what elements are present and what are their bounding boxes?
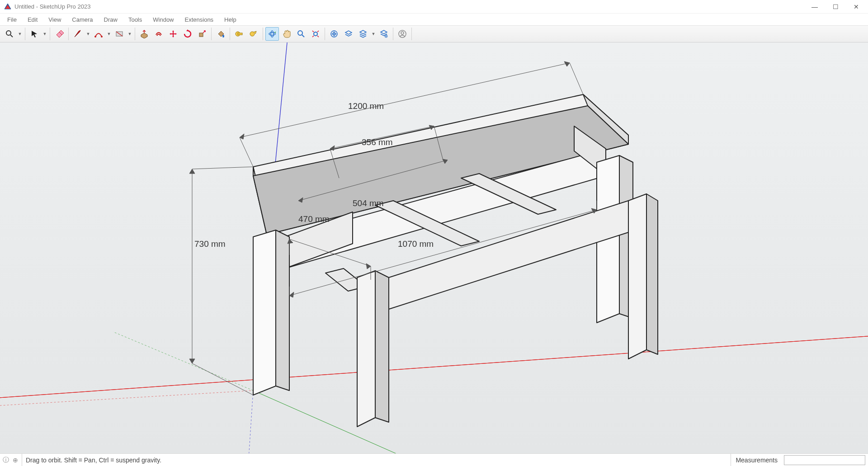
user-tool-icon[interactable] bbox=[396, 27, 409, 41]
layers2-tool-dropdown[interactable]: ▼ bbox=[371, 27, 376, 41]
scale-tool-icon[interactable] bbox=[195, 27, 209, 41]
toolbar-separator bbox=[25, 28, 25, 40]
menu-draw[interactable]: Draw bbox=[99, 15, 122, 24]
menu-extensions[interactable]: Extensions bbox=[180, 15, 218, 24]
toolbar-separator bbox=[411, 28, 412, 40]
svg-line-1 bbox=[10, 35, 13, 37]
offset-tool-icon[interactable] bbox=[152, 27, 165, 41]
svg-point-20 bbox=[401, 32, 404, 34]
menu-window[interactable]: Window bbox=[148, 15, 178, 24]
toolbar-separator bbox=[263, 28, 263, 40]
search-tool-dropdown[interactable]: ▼ bbox=[17, 27, 23, 41]
svg-line-29 bbox=[240, 137, 253, 167]
svg-line-22 bbox=[0, 327, 868, 404]
svg-point-12 bbox=[271, 31, 274, 37]
svg-line-32 bbox=[192, 167, 253, 169]
shape-tool-dropdown[interactable]: ▼ bbox=[127, 27, 132, 41]
layers3-tool-icon[interactable] bbox=[377, 27, 391, 41]
rotate-tool-icon[interactable] bbox=[181, 27, 194, 41]
status-hint: Drag to orbit. Shift = Pan, Ctrl = suspe… bbox=[22, 454, 165, 466]
pan-tool-icon[interactable] bbox=[280, 27, 293, 41]
svg-line-24 bbox=[113, 332, 253, 391]
svg-point-11 bbox=[269, 33, 275, 35]
svg-point-13 bbox=[298, 31, 302, 35]
eraser-tool-icon[interactable] bbox=[52, 27, 66, 41]
svg-line-21 bbox=[0, 327, 868, 404]
statusbar: ⓘ ⊕ Drag to orbit. Shift = Pan, Ctrl = s… bbox=[0, 453, 868, 466]
menu-view[interactable]: View bbox=[44, 15, 66, 24]
svg-line-14 bbox=[302, 35, 304, 37]
dim-label-1070: 1070 mm bbox=[398, 239, 434, 249]
toolbar-separator bbox=[68, 28, 69, 40]
warehouse-tool-icon[interactable] bbox=[327, 27, 341, 41]
svg-point-2 bbox=[94, 36, 96, 38]
menu-help[interactable]: Help bbox=[220, 15, 241, 24]
maximize-button[interactable]: ☐ bbox=[831, 3, 840, 10]
move-tool-icon[interactable] bbox=[166, 27, 180, 41]
arc-tool-icon[interactable] bbox=[92, 27, 105, 41]
layers2-tool-icon[interactable] bbox=[356, 27, 370, 41]
search-tool-icon[interactable] bbox=[3, 27, 16, 41]
line-tool-icon[interactable] bbox=[71, 27, 85, 41]
svg-line-33 bbox=[192, 363, 253, 395]
zoom-tool-icon[interactable] bbox=[294, 27, 308, 41]
svg-rect-6 bbox=[199, 33, 203, 37]
dim-label-730: 730 mm bbox=[194, 239, 226, 249]
viewport[interactable]: 1200 mm 356 mm 504 mm 470 mm 1070 mm 730… bbox=[0, 42, 868, 453]
zoom-extents-tool-icon[interactable] bbox=[309, 27, 322, 41]
svg-line-26 bbox=[249, 391, 253, 453]
toolbar-separator bbox=[325, 28, 325, 40]
select-tool-dropdown[interactable]: ▼ bbox=[42, 27, 47, 41]
svg-point-0 bbox=[6, 31, 11, 35]
paintbucket-tool-icon[interactable] bbox=[214, 27, 227, 41]
app-icon bbox=[4, 3, 12, 11]
dim-label-504: 504 mm bbox=[353, 198, 384, 208]
window-title: Untitled - SketchUp Pro 2023 bbox=[14, 3, 90, 10]
svg-line-27 bbox=[0, 391, 253, 411]
svg-point-3 bbox=[101, 36, 103, 38]
minimize-button[interactable]: — bbox=[810, 3, 819, 10]
svg-point-7 bbox=[222, 35, 224, 38]
toolbar-separator bbox=[211, 28, 212, 40]
toolbar: ▼ ▼ ▼ ▼ ▼ ▼ bbox=[0, 25, 868, 42]
menu-file[interactable]: File bbox=[3, 15, 21, 24]
tape-tool-icon[interactable] bbox=[232, 27, 246, 41]
select-tool-icon[interactable] bbox=[28, 27, 41, 41]
menu-camera[interactable]: Camera bbox=[67, 15, 97, 24]
svg-rect-9 bbox=[238, 33, 242, 35]
line-tool-dropdown[interactable]: ▼ bbox=[85, 27, 91, 41]
arc-tool-dropdown[interactable]: ▼ bbox=[106, 27, 112, 41]
geo-icon[interactable]: ⊕ bbox=[13, 457, 18, 464]
svg-line-30 bbox=[570, 63, 583, 94]
text-tool-icon[interactable] bbox=[247, 27, 260, 41]
svg-point-15 bbox=[314, 32, 317, 36]
menubar: File Edit View Camera Draw Tools Window … bbox=[0, 14, 868, 25]
layers-tool-icon[interactable] bbox=[342, 27, 355, 41]
dim-label-1200: 1200 mm bbox=[348, 101, 384, 111]
dim-label-470: 470 mm bbox=[298, 214, 330, 224]
toolbar-separator bbox=[230, 28, 230, 40]
window-controls: — ☐ ✕ bbox=[810, 3, 864, 10]
close-button[interactable]: ✕ bbox=[852, 3, 861, 10]
toolbar-separator bbox=[393, 28, 393, 40]
titlebar: Untitled - SketchUp Pro 2023 — ☐ ✕ bbox=[0, 0, 868, 14]
orbit-tool-icon[interactable] bbox=[265, 27, 279, 41]
pushpull-tool-icon[interactable] bbox=[137, 27, 151, 41]
shape-tool-icon[interactable] bbox=[113, 27, 126, 41]
measurements-input[interactable] bbox=[784, 455, 865, 465]
measurements-label: Measurements bbox=[731, 454, 782, 466]
dim-label-356: 356 mm bbox=[362, 137, 393, 147]
toolbar-separator bbox=[50, 28, 50, 40]
toolbar-separator bbox=[135, 28, 135, 40]
menu-tools[interactable]: Tools bbox=[124, 15, 146, 24]
canvas-svg bbox=[0, 42, 868, 453]
menu-edit[interactable]: Edit bbox=[23, 15, 42, 24]
help-icon[interactable]: ⓘ bbox=[3, 456, 9, 464]
